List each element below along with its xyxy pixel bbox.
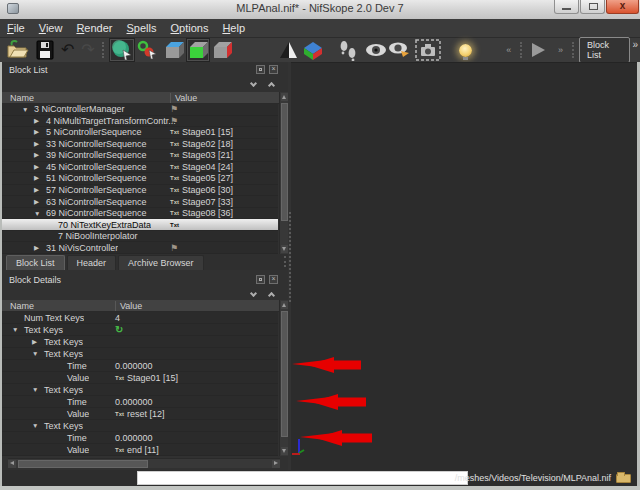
expand-arrow-icon[interactable]: ▼ (12, 326, 24, 333)
column-value[interactable]: Value (170, 93, 197, 103)
tree-row[interactable]: ValueTxtStage01 [15] (2, 372, 278, 384)
maximize-button[interactable] (580, 0, 605, 14)
menu-help[interactable]: Help (215, 20, 252, 36)
minimize-button[interactable] (554, 0, 579, 14)
expand-arrow-icon[interactable]: ▶ (34, 117, 46, 125)
menu-spells[interactable]: Spells (120, 20, 164, 36)
tree-row[interactable]: ▼Text Keys (2, 384, 278, 396)
tree-row[interactable]: Num Text Keys4 (2, 312, 278, 324)
close-panel-button[interactable]: × (269, 65, 278, 74)
tree-row[interactable]: ▼Text Keys (2, 420, 278, 432)
menu-view[interactable]: View (32, 20, 70, 36)
tree-row[interactable]: 70 NiTextKeyExtraDataTxt (2, 219, 278, 231)
expand-all-icon[interactable] (268, 82, 275, 89)
highlight-button[interactable] (388, 38, 412, 62)
menu-file[interactable]: File (0, 20, 32, 36)
tree-row[interactable]: ▶45 NiControllerSequenceTxtStage04 [24] (2, 162, 278, 174)
tree-row[interactable]: ▼3 NiControllerManager⚑ (2, 104, 278, 116)
tree-row[interactable]: Time0.000000 (2, 396, 278, 408)
tab-block-list[interactable]: Block List (6, 255, 65, 270)
expand-arrow-icon[interactable]: ▶ (34, 244, 46, 252)
expand-arrow-icon[interactable]: ▶ (34, 140, 46, 148)
expand-arrow-icon[interactable]: ▼ (22, 106, 34, 113)
screenshot-button[interactable] (415, 38, 441, 62)
expand-arrow-icon[interactable]: ▶ (34, 186, 46, 194)
viewport-3d[interactable] (291, 62, 637, 470)
scroll-left-icon[interactable] (8, 460, 16, 468)
vertex-mode-button[interactable] (109, 38, 135, 62)
collapse-all-icon[interactable] (250, 80, 257, 87)
expand-arrow-icon[interactable]: ▶ (34, 174, 46, 182)
close-button[interactable]: x (606, 0, 639, 14)
tree-row[interactable]: ▶51 NiControllerSequenceTxtStage05 [27] (2, 173, 278, 185)
column-name[interactable]: Name (10, 301, 34, 311)
expand-arrow-icon[interactable]: ▼ (34, 210, 46, 217)
skip-back-button[interactable]: « (501, 38, 516, 62)
block-details-scrollbar[interactable] (279, 300, 288, 456)
expand-arrow-icon[interactable]: ▶ (34, 198, 46, 206)
tree-row[interactable]: ValueTxtreset [12] (2, 408, 278, 420)
tree-row[interactable]: 7 NiBoolInterpolator (2, 231, 278, 243)
toolbar-overflow-icon[interactable]: » (632, 39, 638, 50)
view-top-button[interactable] (162, 38, 186, 62)
tree-row[interactable]: ▼69 NiControllerSequenceTxtStage08 [36] (2, 208, 278, 220)
scroll-thumb[interactable] (281, 103, 288, 221)
tree-row[interactable]: ▶57 NiControllerSequenceTxtStage06 [30] (2, 185, 278, 197)
menu-render[interactable]: Render (69, 20, 119, 36)
lighting-button[interactable] (453, 38, 477, 62)
view-front-button[interactable] (186, 38, 210, 62)
block-list-scrollbar[interactable] (279, 92, 288, 254)
play-button[interactable] (527, 38, 549, 62)
tree-row[interactable]: Time0.000000 (2, 360, 278, 372)
load-file-input[interactable] (137, 471, 468, 485)
expand-all-icon[interactable] (268, 292, 275, 299)
save-button[interactable] (32, 38, 58, 62)
expand-arrow-icon[interactable]: ▶ (34, 128, 46, 136)
block-list-combo[interactable]: Block List (579, 37, 631, 63)
tree-row[interactable]: ▶31 NiVisController⚑ (2, 242, 278, 254)
tree-row[interactable]: ▶33 NiControllerSequenceTxtStage02 [18] (2, 139, 278, 151)
block-details-header[interactable]: Name Value (2, 300, 288, 312)
tree-row[interactable]: ▶39 NiControllerSequenceTxtStage03 [21] (2, 150, 278, 162)
expand-arrow-icon[interactable]: ▶ (34, 163, 46, 171)
tab-archive-browser[interactable]: Archive Browser (118, 255, 204, 270)
scroll-down-icon[interactable] (281, 447, 288, 455)
expand-arrow-icon[interactable]: ▼ (32, 386, 44, 393)
undo-button[interactable]: ↶ (57, 38, 77, 62)
tree-row[interactable]: Time0.000000 (2, 432, 278, 444)
expand-arrow-icon[interactable]: ▶ (34, 151, 46, 159)
column-value[interactable]: Value (115, 301, 142, 311)
visibility-button[interactable] (364, 38, 388, 62)
tree-row[interactable]: ▶4 NiMultiTargetTransformContr...⚑ (2, 116, 278, 128)
browse-save-button[interactable] (616, 472, 631, 483)
block-details-hscrollbar[interactable] (8, 458, 280, 468)
tab-header[interactable]: Header (67, 255, 117, 270)
expand-arrow-icon[interactable]: ▼ (32, 350, 44, 357)
expand-arrow-icon[interactable]: ▼ (32, 422, 44, 429)
close-panel-button[interactable]: × (269, 275, 278, 284)
redo-button[interactable]: ↷ (78, 38, 98, 62)
float-panel-button[interactable] (256, 275, 265, 284)
skip-forward-button[interactable]: » (553, 38, 568, 62)
block-list-header[interactable]: Name Value (2, 92, 288, 104)
tree-row[interactable]: ▶Text Keys (2, 336, 278, 348)
float-panel-button[interactable] (256, 65, 265, 74)
menu-options[interactable]: Options (163, 20, 215, 36)
scroll-down-icon[interactable] (281, 245, 288, 253)
scroll-up-icon[interactable] (281, 93, 288, 101)
scroll-up-icon[interactable] (281, 301, 288, 309)
tree-row[interactable]: ▼Text Keys↻ (2, 324, 278, 336)
column-name[interactable]: Name (10, 93, 34, 103)
tree-row[interactable]: ▶5 NiControllerSequenceTxtStage01 [15] (2, 127, 278, 139)
tree-row[interactable]: ▼Text Keys (2, 348, 278, 360)
shading-toggle-button[interactable] (276, 38, 300, 62)
tree-row[interactable]: ValueTxtend [11] (2, 444, 278, 456)
axes-toggle-button[interactable] (300, 38, 326, 62)
scroll-thumb[interactable] (18, 460, 148, 468)
open-file-button[interactable] (4, 38, 32, 62)
view-side-button[interactable] (210, 38, 234, 62)
node-select-button[interactable] (135, 38, 159, 62)
walk-mode-button[interactable] (336, 38, 360, 62)
scroll-right-icon[interactable] (272, 460, 280, 468)
expand-arrow-icon[interactable]: ▶ (32, 338, 44, 346)
